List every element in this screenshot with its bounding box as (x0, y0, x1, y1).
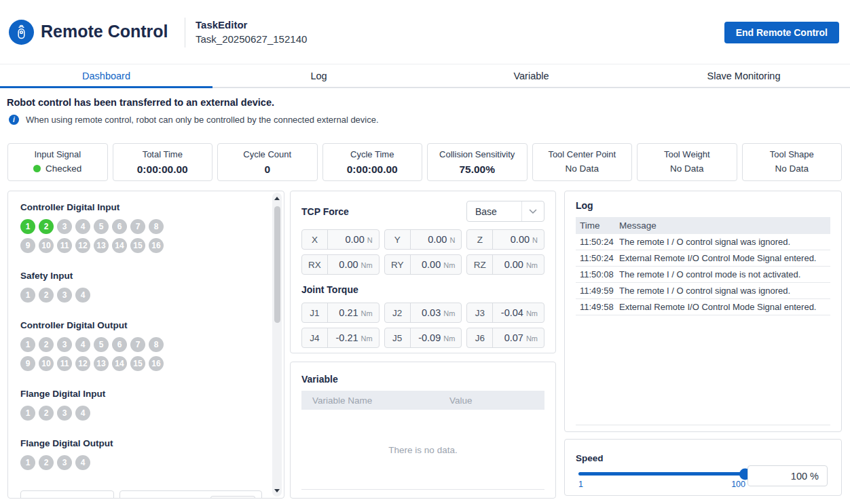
tcp-force-field-rx: RX0.00Nm (301, 254, 380, 275)
tcp-force-axis-label: RY (385, 255, 411, 274)
tab-variable[interactable]: Variable (425, 65, 638, 87)
tcp-force-value: 0.00 (493, 234, 530, 245)
tcp-force-axis-label: RZ (467, 255, 493, 274)
log-time: 11:50:24 (576, 253, 619, 263)
speed-unit-label: % (810, 471, 819, 482)
chevron-down-icon (521, 201, 544, 221)
io-section-title: Flange Digital Input (20, 389, 266, 399)
variable-empty-text: There is no data. (301, 445, 544, 455)
partial-mini-button[interactable] (210, 496, 255, 499)
status-card-tool-weight: Tool WeightNo Data (637, 143, 737, 181)
tab-log[interactable]: Log (212, 65, 425, 87)
log-row: 11:50:08The remote I / O control mode is… (576, 267, 830, 283)
alert-title: Robot control has been transferred to an… (7, 97, 274, 108)
io-section-title: Controller Digital Input (20, 202, 266, 212)
log-row: 11:49:59The remote I / O control signal … (576, 283, 830, 299)
log-row: 11:49:58External Remote I/O Control Mode… (576, 299, 830, 315)
status-card-tool-shape: Tool ShapeNo Data (742, 143, 843, 181)
io-section-controller-digital-input: Controller Digital Input1234567891011121… (20, 202, 266, 253)
tcp-force-unit: Nm (526, 261, 538, 269)
joint-torque-axis-label: J3 (467, 303, 493, 322)
io-indicator-row: 1234 (20, 288, 266, 303)
io-indicator-16: 16 (149, 238, 164, 253)
io-panel-scrollbar[interactable] (272, 193, 282, 497)
tcp-force-axis-label: Z (467, 230, 493, 249)
status-card-label: Cycle Count (218, 149, 317, 159)
joint-torque-value: -0.09 (411, 332, 441, 343)
scroll-up-icon[interactable] (274, 197, 280, 200)
io-indicator-16: 16 (149, 356, 164, 371)
status-card-value-text: 75.00% (459, 163, 495, 176)
app-header: Remote Control TaskEditor Task_20250627_… (0, 0, 850, 64)
status-card-value-text: 0:00:00.00 (137, 163, 188, 176)
status-card-value-text: 0:00:00.00 (347, 163, 398, 176)
log-title: Log (576, 200, 830, 211)
status-card-label: Input Signal (8, 149, 107, 159)
status-card-value-text: No Data (565, 163, 599, 174)
joint-torque-value: -0.04 (493, 307, 523, 318)
status-card-value: Checked (8, 163, 107, 174)
io-section-safety-input: Safety Input1234 (20, 271, 266, 303)
joint-torque-field-j2: J20.03Nm (384, 303, 462, 323)
end-remote-control-button[interactable]: End Remote Control (724, 22, 839, 43)
log-table-header: Time Message (576, 217, 830, 234)
status-card-input-signal: Input SignalChecked (7, 143, 108, 181)
status-card-value: No Data (533, 163, 632, 174)
tab-bar: DashboardLogVariableSlave Monitoring (0, 65, 850, 88)
io-indicator-13: 13 (94, 238, 109, 253)
tab-dashboard[interactable]: Dashboard (0, 65, 212, 87)
variable-panel: Variable Variable Name Value There is no… (290, 362, 556, 499)
io-indicator-6: 6 (112, 337, 127, 352)
tcp-force-fields: X0.00NY0.00NZ0.00NRX0.00NmRY0.00NmRZ0.00… (301, 229, 544, 275)
io-indicator-3: 3 (57, 219, 72, 234)
io-indicator-11: 11 (57, 356, 72, 371)
variable-name-column-header: Variable Name (301, 395, 449, 406)
io-indicator-2: 2 (39, 219, 54, 234)
scroll-down-icon[interactable] (274, 489, 280, 492)
io-indicator-4: 4 (75, 406, 90, 421)
log-message: External Remote I/O Control Mode Signal … (619, 302, 830, 312)
io-indicator-7: 7 (130, 337, 145, 352)
io-indicator-1: 1 (20, 288, 35, 303)
speed-slider[interactable]: 1 100 (578, 472, 745, 489)
status-card-label: Tool Shape (743, 149, 842, 159)
tcp-force-title: TCP Force (301, 206, 349, 217)
joint-torque-axis-label: J1 (302, 303, 328, 322)
speed-slider-track[interactable] (578, 472, 745, 476)
scrollbar-thumb[interactable] (274, 206, 280, 323)
log-time: 11:50:24 (576, 237, 619, 247)
io-indicator-1: 1 (20, 406, 35, 421)
io-indicator-4: 4 (75, 219, 90, 234)
variable-table-header: Variable Name Value (301, 391, 544, 410)
tcp-force-field-z: Z0.00N (466, 229, 544, 250)
speed-title: Speed (576, 453, 830, 463)
tcp-force-value: 0.00 (493, 259, 523, 270)
tcp-force-panel: TCP Force Base X0.00NY0.00NZ0.00NRX0.00N… (290, 191, 556, 353)
tab-label: Variable (513, 71, 549, 81)
joint-torque-unit: Nm (526, 334, 538, 343)
io-indicator-12: 12 (75, 238, 90, 253)
log-panel: Log Time Message 11:50:24The remote I / … (564, 191, 842, 432)
joint-torque-value: 0.07 (493, 332, 523, 343)
tab-slave-monitoring[interactable]: Slave Monitoring (638, 65, 850, 87)
io-indicator-13: 13 (94, 356, 109, 371)
tcp-force-unit: N (449, 236, 455, 244)
log-row: 11:50:24External Remote I/O Control Mode… (576, 250, 830, 267)
tcp-force-axis-label: X (302, 230, 328, 249)
coordinate-frame-select[interactable]: Base (466, 201, 544, 222)
log-message: The remote I / O control mode is not act… (619, 269, 830, 279)
speed-value-field[interactable]: 100 % (747, 465, 828, 486)
io-indicator-14: 14 (112, 356, 127, 371)
tcp-force-axis-label: Y (385, 230, 411, 249)
io-section-controller-digital-output: Controller Digital Output123456789101112… (20, 320, 266, 371)
partial-control-field[interactable] (119, 490, 262, 499)
tcp-force-unit: N (532, 236, 538, 244)
partial-input-field[interactable] (20, 490, 114, 499)
coordinate-frame-value: Base (467, 206, 521, 217)
io-indicator-3: 3 (57, 288, 72, 303)
io-section-title: Controller Digital Output (20, 320, 266, 330)
io-indicator-row: 12345678 (20, 219, 266, 234)
status-card-value-text: No Data (670, 163, 704, 174)
info-text: When using remote control, robot can onl… (26, 115, 379, 125)
io-section-flange-digital-input: Flange Digital Input1234 (20, 389, 266, 421)
